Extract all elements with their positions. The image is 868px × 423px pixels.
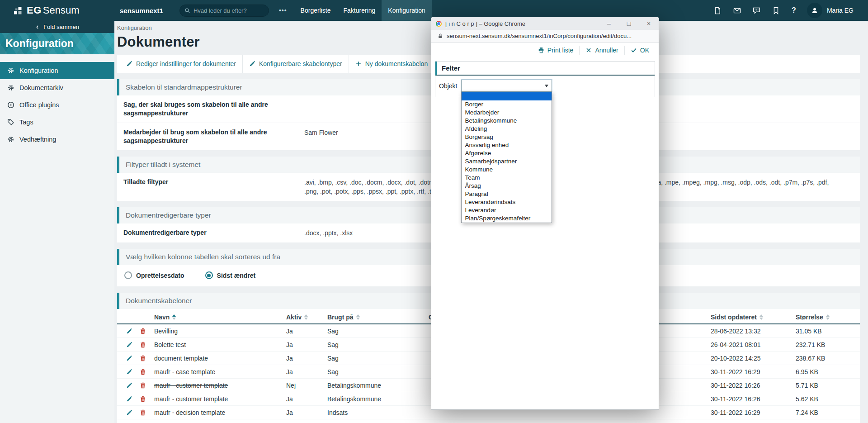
delete-icon[interactable] — [140, 396, 146, 402]
popup-body: Felter Objekt BorgerMedarbejderBetalings… — [431, 57, 659, 409]
chat-icon[interactable] — [753, 7, 760, 14]
dropdown-option[interactable]: Samarbejdspartner — [462, 157, 552, 166]
dropdown-option[interactable]: Paragraf — [462, 190, 552, 198]
delete-icon[interactable] — [140, 342, 146, 348]
dropdown-option[interactable]: Afdeling — [462, 125, 552, 133]
dropdown-option[interactable] — [462, 92, 552, 100]
cell: maufr - decision template — [150, 409, 282, 416]
tab-borgerliste[interactable]: Borgerliste — [294, 0, 337, 21]
delete-icon[interactable] — [140, 369, 146, 375]
pencil-icon — [126, 61, 132, 67]
overflow-menu[interactable]: ••• — [279, 7, 287, 14]
cell: Nej — [282, 382, 323, 389]
annuller-button[interactable]: Annuller — [579, 46, 624, 55]
sidebar-item-label: Office plugins — [19, 101, 59, 109]
dropdown-option[interactable]: Afgørelse — [462, 149, 552, 157]
edit-icon[interactable] — [126, 355, 132, 361]
delete-icon[interactable] — [140, 355, 146, 361]
popup-titlebar[interactable]: [ i n C o r p ] – Google Chrome –□× — [431, 17, 659, 30]
dropdown-option[interactable]: Betalingskommune — [462, 117, 552, 125]
cell: Indsats — [323, 409, 424, 416]
mail-icon[interactable] — [733, 7, 741, 14]
maximize-button[interactable]: □ — [619, 17, 639, 30]
popup-button-label: OK — [640, 47, 649, 54]
tab-konfiguration[interactable]: Konfiguration — [382, 0, 432, 21]
edit-icon[interactable] — [126, 328, 132, 334]
dropdown-option[interactable]: Årsag — [462, 182, 552, 190]
setting-label: Medarbejder til brug som skabelon til al… — [123, 128, 304, 145]
sort-icon[interactable] — [826, 314, 830, 320]
cell: 5.71 KB — [791, 382, 860, 389]
column-header-aktiv[interactable]: Aktiv — [282, 314, 323, 321]
rediger-indstillinger-for-dokumenter-button[interactable]: Rediger indstillinger for dokumenter — [120, 55, 242, 73]
delete-icon[interactable] — [140, 409, 146, 416]
dropdown-option[interactable]: Borgersag — [462, 133, 552, 141]
tab-fakturering[interactable]: Fakturering — [337, 0, 382, 21]
minimize-button[interactable]: – — [599, 17, 619, 30]
column-label: Aktiv — [286, 314, 302, 321]
global-search[interactable] — [179, 5, 269, 17]
action-label: Konfigurerbare skabelontyper — [259, 60, 342, 67]
sidebar-item-office-plugins[interactable]: Office plugins — [0, 96, 114, 114]
edit-icon[interactable] — [126, 409, 132, 416]
column-header-størrelse[interactable]: Størrelse — [791, 314, 860, 321]
column-header-sidst-opdateret[interactable]: Sidst opdateret — [706, 314, 791, 321]
dropdown-option[interactable]: Leverandørindsats — [462, 198, 552, 206]
dropdown-option[interactable]: Team — [462, 174, 552, 182]
collapse-label: Fold sammen — [43, 24, 79, 30]
cell: Ja — [282, 341, 323, 348]
column-label: Sidst opdateret — [711, 314, 757, 321]
dropdown-option[interactable]: Leverandør — [462, 206, 552, 214]
app-logo[interactable]: EGSensum — [0, 5, 114, 16]
objekt-select[interactable] — [461, 80, 552, 92]
ny-dokumentskabelon-button[interactable]: Ny dokumentskabelon — [349, 55, 434, 73]
dropdown-option[interactable]: Plan/Spørgeskemafelter — [462, 214, 552, 223]
cell: 30-11-2022 16:29 — [706, 409, 791, 416]
cell: 20-10-2022 14:25 — [706, 355, 791, 362]
edit-icon[interactable] — [126, 342, 132, 348]
sidebar-item-vedhæftning[interactable]: Vedhæftning — [0, 131, 114, 148]
bookmark-icon[interactable] — [772, 7, 780, 14]
document-icon[interactable] — [714, 7, 722, 14]
eg-logo-icon — [14, 6, 22, 15]
dropdown-option[interactable]: Borger — [462, 100, 552, 109]
edit-icon[interactable] — [126, 369, 132, 375]
dropdown-option[interactable]: Ansvarlig enhed — [462, 141, 552, 149]
sidebar-collapse-button[interactable]: Fold sammen — [0, 21, 114, 33]
sidebar-item-konfiguration[interactable]: Konfiguration — [0, 62, 114, 79]
plus-icon — [355, 61, 362, 67]
help-icon[interactable]: ? — [792, 6, 796, 14]
cell: Betalingskommune — [323, 382, 424, 389]
sidebar-item-tags[interactable]: Tags — [0, 114, 114, 131]
delete-icon[interactable] — [140, 328, 146, 334]
edit-icon[interactable] — [126, 382, 132, 389]
setting-label: Tilladte filtyper — [123, 178, 304, 196]
sort-icon[interactable] — [760, 314, 763, 320]
ok-button[interactable]: OK — [624, 46, 655, 55]
radio-oprettelsesdato[interactable]: Oprettelsesdato — [124, 271, 184, 279]
sort-icon[interactable] — [356, 314, 360, 320]
column-header-navn[interactable]: Navn — [150, 314, 282, 321]
search-icon — [184, 8, 190, 14]
popup-url[interactable]: sensum-next.sensum.dk/sensumnext1/inCorp… — [447, 33, 632, 39]
edit-icon[interactable] — [126, 396, 132, 402]
dropdown-option[interactable]: Kommune — [462, 166, 552, 174]
cell: 7.24 KB — [791, 409, 860, 416]
sort-icon[interactable] — [304, 314, 308, 320]
konfigurerbare-skabelontyper-button[interactable]: Konfigurerbare skabelontyper — [242, 55, 349, 73]
search-input[interactable] — [193, 7, 264, 14]
column-header-brugt-på[interactable]: Brugt på — [323, 314, 424, 321]
objekt-field-row: Objekt BorgerMedarbejderBetalingskommune… — [435, 76, 655, 97]
close-button[interactable]: × — [639, 17, 659, 30]
pencil-icon — [249, 61, 255, 67]
delete-icon[interactable] — [140, 382, 146, 389]
action-label: Ny dokumentskabelon — [365, 60, 428, 67]
sidebar-hero: Konfiguration — [0, 33, 114, 54]
dropdown-option[interactable]: Medarbejder — [462, 109, 552, 117]
print-liste-button[interactable]: Print liste — [532, 46, 580, 55]
sort-icon[interactable] — [172, 314, 176, 320]
sidebar-item-dokumentarkiv[interactable]: Dokumentarkiv — [0, 79, 114, 96]
user-menu[interactable]: Maria EG — [807, 3, 854, 18]
topbar-right: ? Maria EG — [714, 3, 868, 18]
radio-sidst-ændret[interactable]: Sidst ændret — [205, 271, 256, 279]
